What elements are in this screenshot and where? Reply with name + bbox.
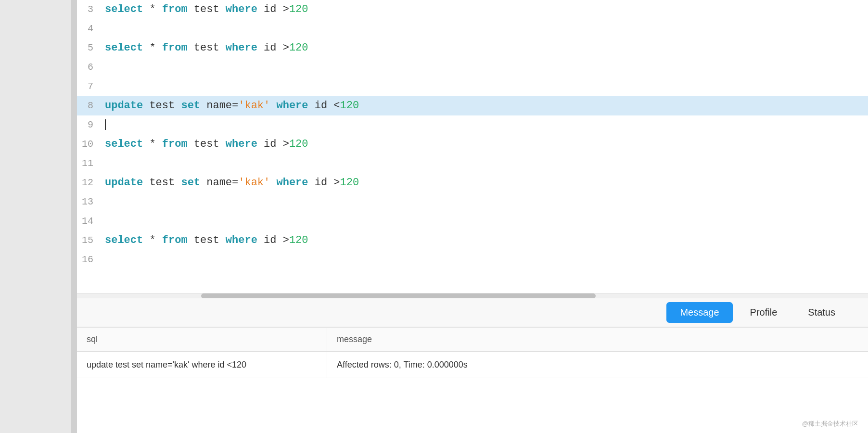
line-content-9 xyxy=(101,115,868,135)
line-content-6 xyxy=(101,58,868,77)
line-num-15: 15 xyxy=(77,231,101,250)
col-header-message: message xyxy=(327,328,868,351)
col-header-sql: sql xyxy=(77,328,327,351)
scrollbar-thumb[interactable] xyxy=(201,293,596,298)
code-line-3: 3 select * from test where id >120 xyxy=(77,0,868,19)
code-line-12: 12 update test set name='kak' where id >… xyxy=(77,173,868,192)
line-content-3: select * from test where id >120 xyxy=(101,0,868,19)
line-num-14: 14 xyxy=(77,212,101,231)
line-num-5: 5 xyxy=(77,38,101,58)
line-content-10: select * from test where id >120 xyxy=(101,135,868,154)
code-line-10: 10 select * from test where id >120 xyxy=(77,135,868,154)
editor-horizontal-scrollbar[interactable] xyxy=(77,293,868,298)
code-line-6: 6 xyxy=(77,58,868,77)
code-line-14: 14 xyxy=(77,212,868,231)
line-content-14 xyxy=(101,212,868,231)
line-num-10: 10 xyxy=(77,135,101,154)
main-container: 3 select * from test where id >120 4 5 s… xyxy=(0,0,868,433)
code-line-13: 13 xyxy=(77,192,868,212)
code-line-9: 9 xyxy=(77,115,868,135)
tab-profile[interactable]: Profile xyxy=(737,302,791,323)
code-lines: 3 select * from test where id >120 4 5 s… xyxy=(77,0,868,269)
line-num-13: 13 xyxy=(77,192,101,212)
code-line-11: 11 xyxy=(77,154,868,173)
tab-status[interactable]: Status xyxy=(794,302,849,323)
line-content-15: select * from test where id >120 xyxy=(101,231,868,250)
line-content-4 xyxy=(101,19,868,38)
results-header: sql message xyxy=(77,328,868,352)
code-line-15: 15 select * from test where id >120 xyxy=(77,231,868,250)
line-num-9: 9 xyxy=(77,115,101,135)
line-num-12: 12 xyxy=(77,173,101,192)
watermark: @稀土掘金技术社区 xyxy=(802,420,858,428)
line-num-7: 7 xyxy=(77,77,101,96)
sidebar-scrollbar[interactable] xyxy=(71,0,77,433)
left-sidebar xyxy=(0,0,77,433)
result-cell-msg-0: Affected rows: 0, Time: 0.000000s xyxy=(327,352,477,378)
code-line-16: 16 xyxy=(77,250,868,269)
line-content-13 xyxy=(101,192,868,212)
code-editor[interactable]: 3 select * from test where id >120 4 5 s… xyxy=(77,0,868,293)
tabs-bar: Message Profile Status xyxy=(77,298,868,327)
line-content-11 xyxy=(101,154,868,173)
line-num-11: 11 xyxy=(77,154,101,173)
code-line-8: 8 update test set name='kak' where id <1… xyxy=(77,96,868,115)
line-content-5: select * from test where id >120 xyxy=(101,38,868,58)
results-panel: sql message update test set name='kak' w… xyxy=(77,327,868,433)
result-row-0: update test set name='kak' where id <120… xyxy=(77,352,868,378)
tab-message[interactable]: Message xyxy=(666,302,732,323)
code-line-7: 7 xyxy=(77,77,868,96)
line-num-6: 6 xyxy=(77,58,101,77)
line-content-16 xyxy=(101,250,868,269)
code-line-5: 5 select * from test where id >120 xyxy=(77,38,868,58)
line-content-12: update test set name='kak' where id >120 xyxy=(101,173,868,192)
line-num-8: 8 xyxy=(77,96,101,115)
line-num-16: 16 xyxy=(77,250,101,269)
code-line-4: 4 xyxy=(77,19,868,38)
line-num-4: 4 xyxy=(77,19,101,38)
line-num-3: 3 xyxy=(77,0,101,19)
line-content-7 xyxy=(101,77,868,96)
line-content-8: update test set name='kak' where id <120 xyxy=(101,96,868,115)
editor-wrapper: 3 select * from test where id >120 4 5 s… xyxy=(77,0,868,433)
result-cell-sql-0: update test set name='kak' where id <120 xyxy=(77,352,327,378)
